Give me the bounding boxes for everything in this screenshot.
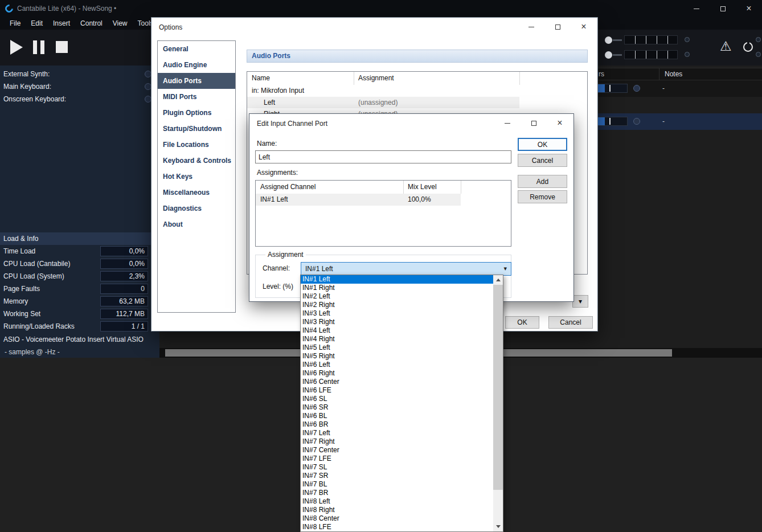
- options-page-header: Audio Ports: [247, 50, 588, 63]
- stat-row-working-set: Working Set112,7 MB: [0, 308, 159, 320]
- options-sidebar-item-plugin-options[interactable]: Plugin Options: [158, 105, 235, 121]
- stop-button[interactable]: [56, 41, 68, 53]
- port-row-left[interactable]: Left(unassigned): [247, 97, 587, 108]
- pause-button[interactable]: [33, 40, 44, 54]
- edit-cancel-button[interactable]: Cancel: [518, 154, 567, 167]
- dropdown-item-in-3-right[interactable]: IN#3 Right: [301, 318, 493, 326]
- maximize-button[interactable]: [521, 114, 547, 132]
- gain-marker: [609, 118, 611, 125]
- dropdown-item-in-5-right[interactable]: IN#5 Right: [301, 352, 493, 361]
- dropdown-item-in-7-bl[interactable]: IN#7 BL: [301, 480, 493, 489]
- close-button[interactable]: ×: [736, 0, 762, 17]
- dropdown-item-in-6-sr[interactable]: IN#6 SR: [301, 403, 493, 412]
- dropdown-item-in-8-lfe[interactable]: IN#8 LFE: [301, 523, 493, 531]
- dropdown-item-in-7-center[interactable]: IN#7 Center: [301, 446, 493, 455]
- scrollbar-thumb[interactable]: [493, 285, 503, 490]
- scrollbar-up-button[interactable]: [493, 275, 503, 285]
- assigned-channel-column-header[interactable]: Assigned Channel: [260, 183, 316, 191]
- menu-item-control[interactable]: Control: [75, 19, 108, 27]
- assignment-row-in-1-left[interactable]: IN#1 Left100,0%: [256, 194, 511, 206]
- gain-slider[interactable]: [596, 117, 628, 126]
- audio-driver-label[interactable]: ASIO - Voicemeeter Potato Insert Virtual…: [3, 335, 144, 343]
- stat-value: 2,3%: [100, 271, 148, 281]
- gain-slider[interactable]: [596, 84, 628, 93]
- menu-item-edit[interactable]: Edit: [26, 19, 48, 27]
- dropdown-scrollbar[interactable]: [493, 275, 503, 531]
- minimize-icon: [529, 27, 534, 27]
- port-name-input[interactable]: [255, 150, 511, 163]
- dropdown-item-in-7-lfe[interactable]: IN#7 LFE: [301, 455, 493, 463]
- remove-assignment-button[interactable]: Remove: [518, 190, 567, 203]
- dropdown-item-in-1-right[interactable]: IN#1 Right: [301, 284, 493, 292]
- dropdown-item-in-6-right[interactable]: IN#6 Right: [301, 369, 493, 378]
- options-sidebar-item-miscellaneous[interactable]: Miscellaneous: [158, 185, 235, 200]
- name-column-header[interactable]: Name: [252, 74, 270, 82]
- options-sidebar-item-keyboard-controls[interactable]: Keyboard & Controls: [158, 153, 235, 169]
- port-group-row[interactable]: in: Mikrofon Input: [247, 85, 587, 97]
- dropdown-item-in-4-left[interactable]: IN#4 Left: [301, 326, 493, 335]
- dropdown-item-in-8-left[interactable]: IN#8 Left: [301, 497, 493, 506]
- dropdown-item-in-6-center[interactable]: IN#6 Center: [301, 378, 493, 386]
- edit-ok-button[interactable]: OK: [518, 138, 567, 151]
- power-icon-stem: [747, 40, 749, 46]
- dropdown-item-in-6-sl[interactable]: IN#6 SL: [301, 395, 493, 403]
- dropdown-item-in-6-left[interactable]: IN#6 Left: [301, 361, 493, 369]
- stat-label: Running/Loaded Racks: [3, 322, 75, 330]
- options-sidebar-item-audio-ports[interactable]: Audio Ports: [158, 73, 235, 89]
- mix-level-column-header[interactable]: Mix Level: [408, 183, 437, 191]
- dropdown-item-in-6-lfe[interactable]: IN#6 LFE: [301, 386, 493, 395]
- maximize-button[interactable]: [544, 18, 571, 35]
- menu-item-view[interactable]: View: [108, 19, 133, 27]
- close-button[interactable]: ×: [571, 18, 597, 35]
- minimize-button[interactable]: [683, 0, 710, 17]
- play-button[interactable]: [10, 40, 23, 55]
- dropdown-item-in-8-right[interactable]: IN#8 Right: [301, 506, 493, 514]
- dropdown-item-in-7-sr[interactable]: IN#7 SR: [301, 472, 493, 480]
- options-cancel-button[interactable]: Cancel: [548, 316, 593, 329]
- rack-led-indicator[interactable]: [633, 85, 640, 92]
- options-sidebar-item-about[interactable]: About: [158, 216, 235, 232]
- options-sidebar-item-midi-ports[interactable]: MIDI Ports: [158, 89, 235, 105]
- options-sidebar-item-diagnostics[interactable]: Diagnostics: [158, 200, 235, 216]
- power-button[interactable]: [742, 40, 756, 54]
- dropdown-item-in-2-right[interactable]: IN#2 Right: [301, 301, 493, 309]
- dropdown-item-in-7-br[interactable]: IN#7 BR: [301, 489, 493, 497]
- dropdown-item-in-6-bl[interactable]: IN#6 BL: [301, 412, 493, 420]
- close-button[interactable]: ×: [547, 114, 573, 132]
- warning-icon[interactable]: ⚠: [720, 40, 732, 53]
- dropdown-item-in-7-sl[interactable]: IN#7 SL: [301, 463, 493, 472]
- options-ok-button[interactable]: OK: [505, 316, 539, 329]
- column-divider: [519, 72, 520, 85]
- dropdown-item-in-4-right[interactable]: IN#4 Right: [301, 335, 493, 343]
- dropdown-item-in-7-right[interactable]: IN#7 Right: [301, 437, 493, 446]
- dropdown-item-in-3-left[interactable]: IN#3 Left: [301, 309, 493, 318]
- rack-led-indicator[interactable]: [633, 118, 640, 125]
- scrollbar-down-button[interactable]: [493, 522, 503, 531]
- menu-item-insert[interactable]: Insert: [48, 19, 75, 27]
- options-sidebar-item-audio-engine[interactable]: Audio Engine: [158, 57, 235, 73]
- maximize-button[interactable]: [710, 0, 736, 17]
- stop-icon: [56, 41, 68, 53]
- dropdown-item-in-6-br[interactable]: IN#6 BR: [301, 420, 493, 429]
- options-sidebar-item-hot-keys[interactable]: Hot Keys: [158, 169, 235, 185]
- options-sidebar-item-general[interactable]: General: [158, 41, 235, 57]
- led-indicator: [685, 37, 690, 42]
- dropdown-item-in-2-left[interactable]: IN#2 Left: [301, 292, 493, 301]
- dropdown-item-in-5-left[interactable]: IN#5 Left: [301, 343, 493, 352]
- options-sidebar-item-startup-shutdown[interactable]: Startup/Shutdown: [158, 121, 235, 137]
- edit-dialog-title: Edit Input Channel Port: [257, 120, 327, 128]
- minimize-button[interactable]: [518, 18, 544, 35]
- dropdown-item-in-1-left[interactable]: IN#1 Left: [301, 275, 493, 284]
- add-port-dropdown-button[interactable]: ▾: [572, 295, 588, 308]
- gain-knob[interactable]: [605, 51, 612, 59]
- options-sidebar-item-file-locations[interactable]: File Locations: [158, 137, 235, 153]
- assignment-column-header[interactable]: Assignment: [358, 74, 394, 82]
- minimize-button[interactable]: [494, 114, 521, 132]
- add-assignment-button[interactable]: Add: [518, 175, 567, 188]
- pause-icon: [40, 40, 44, 54]
- dropdown-item-in-7-left[interactable]: IN#7 Left: [301, 429, 493, 437]
- channel-combobox[interactable]: IN#1 Left ▾: [301, 262, 511, 276]
- dropdown-item-in-8-center[interactable]: IN#8 Center: [301, 514, 493, 523]
- menu-item-file[interactable]: File: [5, 19, 26, 27]
- gain-knob[interactable]: [605, 36, 612, 44]
